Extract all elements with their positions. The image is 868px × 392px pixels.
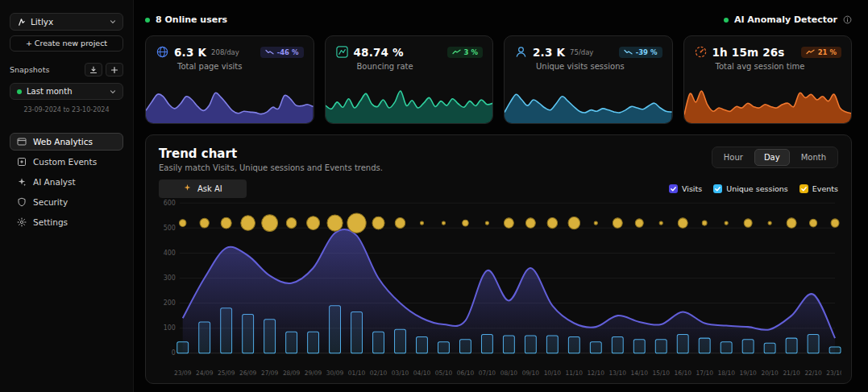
info-icon[interactable] xyxy=(843,15,852,24)
stat-label: Total page visits xyxy=(177,62,314,71)
stat-label: Unique visits sessions xyxy=(536,62,672,71)
checkbox-checked-icon[interactable] xyxy=(799,184,808,193)
range-button-hour[interactable]: Hour xyxy=(714,149,753,166)
svg-text:24/09: 24/09 xyxy=(196,369,214,377)
stat-cards: 6.3 K 208/day -46 % Total page visits 48… xyxy=(145,35,852,124)
trend-chart[interactable]: 010020030040050060023/0924/0925/0926/092… xyxy=(154,198,841,382)
plus-icon xyxy=(110,62,118,77)
ask-ai-label: Ask AI xyxy=(197,184,222,193)
checkbox-checked-icon[interactable] xyxy=(713,184,722,193)
stat-card-total-page-visits: 6.3 K 208/day -46 % Total page visits xyxy=(145,35,314,124)
svg-text:02/10: 02/10 xyxy=(370,369,388,377)
snapshot-range-select[interactable]: Last month xyxy=(10,83,123,100)
stat-sparkline xyxy=(505,81,672,123)
security-icon xyxy=(17,197,27,207)
svg-text:18/10: 18/10 xyxy=(717,369,735,377)
stat-badge: -46 % xyxy=(260,47,304,58)
svg-text:14/10: 14/10 xyxy=(631,369,649,377)
sidebar-item-security[interactable]: Security xyxy=(10,193,123,211)
legend-label: Visits xyxy=(682,184,702,193)
online-users-label: 8 Online users xyxy=(156,14,227,25)
status-dot xyxy=(17,89,22,94)
trend-up-icon xyxy=(452,49,461,55)
sidebar-item-web-analytics[interactable]: Web Analytics xyxy=(10,133,123,151)
svg-text:100: 100 xyxy=(164,324,176,332)
stat-sparkline xyxy=(146,81,314,123)
svg-text:600: 600 xyxy=(164,199,176,207)
svg-text:300: 300 xyxy=(164,274,176,282)
stat-value: 2.3 K xyxy=(533,46,565,59)
svg-text:15/10: 15/10 xyxy=(653,369,671,377)
snapshot-dates: 23-09-2024 to 23-10-2024 xyxy=(10,106,123,113)
stat-label: Total avg session time xyxy=(716,62,852,71)
stat-value: 6.3 K xyxy=(174,46,206,59)
range-button-month[interactable]: Month xyxy=(791,149,836,166)
ai-anomaly-detector: AI Anomaly Detector xyxy=(724,14,852,25)
person-icon xyxy=(514,45,528,59)
stat-sub: 208/day xyxy=(211,48,239,56)
sidebar-nav: Web AnalyticsCustom EventsAI AnalystSecu… xyxy=(10,133,123,231)
svg-text:28/09: 28/09 xyxy=(283,369,301,377)
stat-value: 48.74 % xyxy=(354,46,404,59)
sidebar-item-settings[interactable]: Settings xyxy=(10,213,123,231)
svg-text:01/10: 01/10 xyxy=(348,369,366,377)
svg-text:06/10: 06/10 xyxy=(457,369,475,377)
svg-text:20/10: 20/10 xyxy=(761,369,779,377)
svg-text:04/10: 04/10 xyxy=(413,369,431,377)
svg-text:200: 200 xyxy=(164,299,176,307)
trend-down-icon xyxy=(624,49,633,55)
chevron-down-icon xyxy=(110,19,116,25)
stat-card-bouncing-rate: 48.74 % 3 % Bouncing rate xyxy=(325,35,494,124)
svg-text:13/10: 13/10 xyxy=(609,369,627,377)
chevron-down-icon xyxy=(110,89,116,95)
checkbox-checked-icon[interactable] xyxy=(669,184,678,193)
ask-ai-button[interactable]: Ask AI xyxy=(159,179,247,198)
create-project-button[interactable]: + Create new project xyxy=(10,35,123,52)
stat-value: 1h 15m 26s xyxy=(712,46,785,59)
svg-text:0: 0 xyxy=(172,349,176,357)
chart-legend: VisitsUnique sessionsEvents xyxy=(669,184,838,193)
svg-text:17/10: 17/10 xyxy=(696,369,713,377)
online-users: 8 Online users xyxy=(145,14,227,25)
trend-subtitle: Easily match Visits, Unique sessions and… xyxy=(159,163,383,172)
range-button-day[interactable]: Day xyxy=(754,149,790,166)
download-icon xyxy=(89,62,98,77)
trend-title: Trend chart xyxy=(159,146,383,161)
legend-item-visits[interactable]: Visits xyxy=(669,184,702,193)
sidebar-item-label: AI Analyst xyxy=(33,177,76,187)
trend-chart-svg: 010020030040050060023/0924/0925/0926/092… xyxy=(154,198,841,382)
project-selector[interactable]: Litlyx xyxy=(10,13,123,31)
topbar: 8 Online users AI Anomaly Detector xyxy=(145,14,852,25)
snapshots-label: Snapshots xyxy=(10,65,49,74)
sidebar-item-custom-events[interactable]: Custom Events xyxy=(10,153,123,171)
stat-card-total-avg-session-time: 1h 15m 26s 21 % Total avg session time xyxy=(683,35,853,124)
stat-sparkline xyxy=(684,81,852,123)
svg-text:03/10: 03/10 xyxy=(392,369,409,377)
web-analytics-icon xyxy=(17,137,27,146)
sidebar-item-label: Custom Events xyxy=(33,157,97,167)
sparkle-icon xyxy=(183,184,192,194)
svg-text:07/10: 07/10 xyxy=(479,369,496,377)
trend-tools: Ask AI VisitsUnique sessionsEvents xyxy=(159,179,838,198)
sidebar-item-label: Settings xyxy=(33,217,68,227)
bounce-icon xyxy=(335,45,349,59)
ai-analyst-icon xyxy=(17,177,27,187)
custom-events-icon xyxy=(17,157,27,167)
svg-text:23/10: 23/10 xyxy=(826,369,841,377)
stat-sub: 75/day xyxy=(570,48,593,56)
anomaly-detector-label: AI Anomaly Detector xyxy=(734,14,837,25)
add-snapshot-button[interactable] xyxy=(106,63,123,76)
project-logo-icon xyxy=(17,18,26,27)
trend-header: Trend chart Easily match Visits, Unique … xyxy=(159,146,838,172)
svg-text:11/10: 11/10 xyxy=(566,369,584,377)
stat-label: Bouncing rate xyxy=(357,62,493,71)
online-status-dot xyxy=(145,18,150,23)
trend-chart-panel: Trend chart Easily match Visits, Unique … xyxy=(145,134,852,384)
sidebar-item-ai-analyst[interactable]: AI Analyst xyxy=(10,173,123,191)
svg-text:10/10: 10/10 xyxy=(544,369,562,377)
export-snapshot-button[interactable] xyxy=(85,63,102,76)
svg-text:500: 500 xyxy=(164,224,176,232)
legend-item-unique-sessions[interactable]: Unique sessions xyxy=(713,184,788,193)
stat-badge: 21 % xyxy=(801,47,841,58)
legend-item-events[interactable]: Events xyxy=(799,184,838,193)
